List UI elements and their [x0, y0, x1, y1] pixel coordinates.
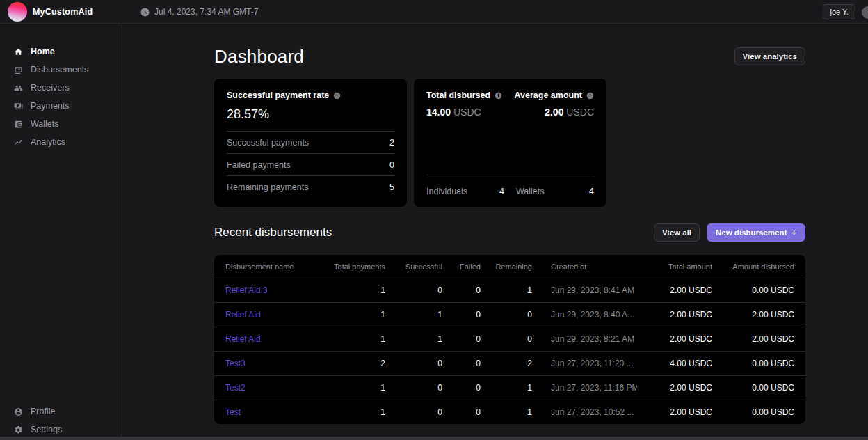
cell-amount-disbursed: 0.00 USDC — [712, 359, 794, 368]
cell-amount-disbursed: 0.00 USDC — [712, 383, 794, 393]
main-content: Dashboard View analytics Successful paym… — [123, 24, 868, 437]
pair-label: Wallets — [516, 187, 545, 196]
stat-row-remaining: Remaining payments 5 — [227, 175, 394, 198]
view-all-button[interactable]: View all — [654, 223, 700, 242]
cell-amount-disbursed: 0.00 USDC — [712, 285, 794, 295]
sidebar-item-label: Wallets — [31, 119, 59, 129]
cell-total-payments: 1 — [327, 407, 385, 417]
cell-successful: 0 — [385, 383, 442, 393]
cell-remaining: 0 — [481, 334, 532, 344]
disbursement-link[interactable]: Relief Aid — [225, 334, 261, 344]
col-header-total-payments: Total payments — [327, 262, 385, 271]
average-amount-value: 2.00 USDC — [515, 107, 594, 118]
sidebar-item-label: Disbursements — [31, 65, 88, 74]
sidebar-item-label: Analytics — [31, 137, 65, 147]
cell-total-payments: 1 — [327, 383, 385, 393]
stat-value: 5 — [389, 182, 394, 192]
cell-failed: 0 — [442, 359, 481, 368]
col-header-amount-disbursed: Amount disbursed — [712, 262, 794, 271]
cell-failed: 0 — [442, 285, 481, 295]
disbursement-link[interactable]: Relief Aid — [225, 310, 261, 320]
sidebar-item-label: Payments — [31, 101, 70, 111]
bottom-edge-strip — [0, 437, 868, 440]
avatar[interactable] — [862, 6, 868, 19]
cell-successful: 0 — [385, 285, 442, 295]
disbursement-link[interactable]: Test — [225, 407, 241, 417]
profile-icon — [14, 407, 23, 416]
cell-total-amount: 2.00 USDC — [637, 334, 712, 344]
datetime-group: Jul 4, 2023, 7:34 AM GMT-7 — [140, 0, 258, 24]
cell-total-amount: 2.00 USDC — [637, 285, 712, 295]
table-row: Relief Aid 1 1 0 0 Jun 29, 2023, 8:21 AM… — [214, 327, 805, 351]
table-row: Test2 1 0 0 1 Jun 27, 2023, 11:16 PM 2.0… — [214, 375, 805, 400]
plus-icon: + — [791, 228, 796, 237]
sidebar-item-label: Settings — [31, 425, 62, 434]
cell-total-payments: 1 — [327, 334, 385, 344]
cell-successful: 1 — [385, 310, 442, 320]
cell-remaining: 1 — [481, 285, 532, 295]
sidebar-item-payments[interactable]: Payments — [0, 97, 122, 115]
cell-successful: 0 — [385, 407, 442, 417]
cell-amount-disbursed: 0.00 USDC — [712, 407, 794, 417]
stat-label: Remaining payments — [227, 182, 308, 192]
disbursement-link[interactable]: Relief Aid 3 — [225, 285, 268, 295]
payments-icon — [14, 102, 23, 111]
amount-number: 14.00 — [426, 107, 451, 118]
cell-total-payments: 2 — [327, 359, 385, 368]
cell-failed: 0 — [442, 334, 481, 344]
new-disbursement-label: New disbursement — [716, 228, 787, 237]
info-icon[interactable] — [586, 92, 594, 100]
cell-total-payments: 1 — [327, 310, 385, 320]
sidebar-item-analytics[interactable]: Analytics — [0, 133, 122, 151]
cell-remaining: 1 — [481, 383, 532, 393]
info-icon[interactable] — [495, 92, 502, 100]
sidebar: Home Disbursements Receivers Payments Wa… — [0, 24, 122, 440]
sidebar-item-wallets[interactable]: Wallets — [0, 115, 122, 133]
view-analytics-button[interactable]: View analytics — [734, 47, 805, 65]
col-header-failed: Failed — [442, 262, 481, 271]
stat-value: 0 — [389, 160, 394, 170]
cell-created-at: Jun 27, 2023, 11:16 PM — [532, 383, 637, 393]
cell-created-at: Jun 27, 2023, 11:20 ... — [532, 359, 637, 368]
new-disbursement-button[interactable]: New disbursement + — [707, 223, 805, 242]
pair-value: 4 — [499, 187, 504, 196]
sidebar-item-home[interactable]: Home — [0, 42, 122, 61]
cell-failed: 0 — [442, 383, 481, 393]
cell-total-amount: 4.00 USDC — [637, 359, 712, 368]
sidebar-item-label: Profile — [31, 407, 55, 416]
user-menu-button[interactable]: joe Y. — [823, 4, 855, 19]
disbursement-link[interactable]: Test3 — [225, 359, 246, 368]
sidebar-item-label: Receivers — [31, 83, 70, 93]
payment-rate-title: Successful payment rate — [227, 91, 329, 100]
individuals-pair: Individuals 4 — [426, 187, 504, 196]
disbursements-table: Disbursement name Total payments Success… — [214, 255, 805, 424]
cell-total-payments: 1 — [327, 285, 385, 295]
col-header-created-at: Created at — [532, 262, 637, 271]
cell-remaining: 2 — [481, 359, 532, 368]
disbursements-icon — [14, 65, 23, 74]
wallets-pair: Wallets 4 — [516, 187, 594, 196]
pair-label: Individuals — [426, 187, 467, 196]
wallets-icon — [14, 120, 23, 129]
average-amount-title: Average amount — [515, 91, 582, 100]
info-icon[interactable] — [333, 92, 341, 100]
receivers-icon — [14, 84, 23, 93]
brand-name: MyCustomAid — [33, 0, 93, 24]
settings-icon — [14, 425, 23, 434]
sidebar-item-receivers[interactable]: Receivers — [0, 79, 122, 97]
app-logo — [8, 2, 27, 22]
disbursement-link[interactable]: Test2 — [225, 383, 246, 393]
topbar: MyCustomAid Jul 4, 2023, 7:34 AM GMT-7 j… — [0, 0, 868, 24]
sidebar-item-profile[interactable]: Profile — [0, 402, 122, 421]
amount-unit: USDC — [566, 107, 594, 118]
table-header: Disbursement name Total payments Success… — [214, 255, 805, 278]
cell-successful: 1 — [385, 334, 442, 344]
cell-created-at: Jun 27, 2023, 10:52 ... — [532, 407, 637, 417]
amounts-card: Total disbursed 14.00 USDC Average am — [414, 79, 606, 207]
datetime-text: Jul 4, 2023, 7:34 AM GMT-7 — [154, 7, 258, 17]
cell-total-amount: 2.00 USDC — [637, 383, 712, 393]
sidebar-item-disbursements[interactable]: Disbursements — [0, 61, 122, 79]
total-disbursed-value: 14.00 USDC — [426, 107, 502, 118]
cell-successful: 0 — [385, 359, 442, 368]
col-header-total-amount: Total amount — [637, 262, 712, 271]
